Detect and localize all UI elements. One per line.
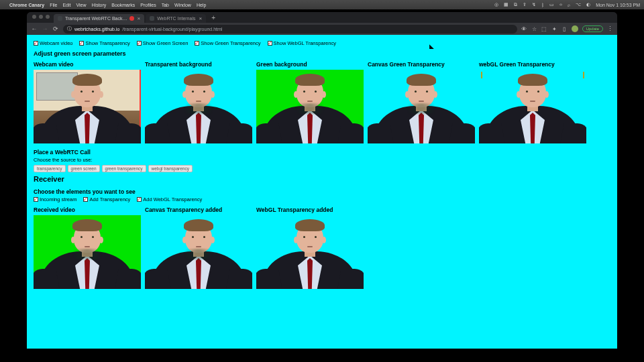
adjust-heading: Adjust green screen parameters bbox=[34, 50, 610, 57]
url-path: /transparent-virtual-background/playgrou… bbox=[122, 27, 222, 32]
toolbar: ← → ⟳ ⓘ webrtchacks.github.io/transparen… bbox=[27, 23, 617, 35]
checkbox-show-green-screen[interactable]: Show Green Screen bbox=[137, 40, 189, 46]
col-title: Transparent background bbox=[145, 61, 252, 68]
bluetooth-icon[interactable]: ᛒ bbox=[541, 3, 544, 7]
dropbox-icon[interactable]: ⧉ bbox=[514, 2, 517, 7]
menu-help[interactable]: Help bbox=[197, 3, 206, 7]
status-icon[interactable]: ↯ bbox=[532, 2, 536, 7]
search-icon[interactable]: ⌕ bbox=[568, 3, 570, 7]
tab-title: Transparent WebRTC Back… bbox=[65, 16, 127, 21]
video-green bbox=[256, 70, 364, 143]
menu-bookmarks[interactable]: Bookmarks bbox=[111, 3, 135, 7]
col-green: Green background bbox=[256, 61, 364, 143]
reload-button[interactable]: ⟳ bbox=[52, 25, 59, 32]
extension-icon[interactable]: ▯ bbox=[561, 26, 568, 32]
tab-active[interactable]: Transparent WebRTC Back… × bbox=[54, 14, 144, 23]
tab-title: WebRTC Internals bbox=[157, 16, 195, 21]
col-title: WebGL Transparency added bbox=[256, 206, 364, 213]
new-tab-button[interactable]: + bbox=[207, 14, 219, 23]
close-icon[interactable]: × bbox=[199, 15, 202, 21]
col-title: Canvas Green Transparency bbox=[368, 61, 475, 68]
menu-profiles[interactable]: Profiles bbox=[140, 3, 156, 7]
col-webgl-green: webGL Green Transparency bbox=[479, 61, 586, 143]
col-title: Webcam video bbox=[34, 61, 141, 68]
recording-icon bbox=[129, 16, 134, 21]
macos-menubar: Chrome Canary File Edit View History Boo… bbox=[0, 0, 644, 9]
btn-green-transparency[interactable]: green transparency bbox=[102, 165, 146, 172]
status-icon[interactable]: ▦ bbox=[504, 2, 508, 7]
tab-strip: Transparent WebRTC Back… × WebRTC Intern… bbox=[27, 12, 617, 23]
checkbox-show-green-transparency[interactable]: Show Green Transparency bbox=[195, 40, 260, 46]
clock[interactable]: Mon Nov 1 10:53 PM bbox=[596, 3, 640, 7]
tab-inactive[interactable]: WebRTC Internals × bbox=[146, 14, 206, 23]
receiver-heading: Receiver bbox=[34, 175, 610, 183]
checkbox-show-webgl-transparency[interactable]: Show WebGL Transparency bbox=[268, 40, 336, 46]
col-transparent: Transparent background bbox=[145, 61, 252, 143]
control-center-icon[interactable]: ⌥ bbox=[576, 2, 581, 7]
col-received: Received video bbox=[34, 206, 141, 289]
btn-webgl-transparency[interactable]: webgl transparency bbox=[148, 165, 193, 172]
forward-button[interactable]: → bbox=[42, 25, 48, 32]
col-title: Green background bbox=[256, 61, 364, 68]
btn-transparency[interactable]: transparency bbox=[34, 165, 66, 172]
choose-elements-label: Choose the elements you want to see bbox=[34, 188, 610, 195]
checkbox-add-webgl-transparency[interactable]: Add WebGL Transparency bbox=[137, 196, 202, 202]
profile-avatar[interactable] bbox=[572, 25, 578, 32]
col-title: Received video bbox=[34, 206, 141, 213]
call-heading: Place a WebRTC Call bbox=[34, 149, 610, 156]
col-webgl-added: WebGL Transparency added bbox=[256, 206, 364, 289]
menu-window[interactable]: Window bbox=[174, 3, 191, 7]
col-webcam: Webcam video bbox=[34, 61, 141, 143]
favicon-icon bbox=[58, 16, 62, 21]
top-video-grid: Webcam video Transparent background Gree… bbox=[34, 61, 610, 143]
menu-history[interactable]: History bbox=[92, 3, 107, 7]
close-icon[interactable]: × bbox=[137, 15, 140, 21]
browser-window: Transparent WebRTC Back… × WebRTC Intern… bbox=[27, 12, 617, 349]
top-checkbox-row: Webcam video Show Transparency Show Gree… bbox=[34, 40, 610, 46]
menu-view[interactable]: View bbox=[76, 3, 86, 7]
video-webgl-added bbox=[256, 215, 364, 289]
col-canvas-added: Canvas Transparency added bbox=[145, 206, 252, 289]
menu-icon[interactable]: ⋮ bbox=[607, 25, 613, 32]
bottom-video-grid: Received video Canvas Transparency added… bbox=[34, 206, 610, 289]
video-webcam bbox=[34, 70, 141, 143]
col-title: webGL Green Transparency bbox=[479, 61, 586, 68]
siri-icon[interactable]: ◐ bbox=[586, 2, 590, 7]
extension-icon[interactable]: 👁 bbox=[521, 26, 527, 32]
status-icon[interactable]: ⇪ bbox=[523, 2, 527, 7]
col-canvas-green: Canvas Green Transparency bbox=[368, 61, 475, 143]
video-received bbox=[34, 215, 141, 289]
wifi-icon[interactable]: ⌔ bbox=[559, 3, 562, 7]
video-transparent bbox=[145, 70, 252, 143]
traffic-lights[interactable] bbox=[31, 12, 54, 23]
bookmark-icon[interactable]: ☆ bbox=[531, 26, 537, 32]
url-host: webrtchacks.github.io bbox=[74, 27, 119, 32]
mouse-cursor-icon: ◣ bbox=[429, 43, 434, 50]
checkbox-show-transparency[interactable]: Show Transparency bbox=[79, 40, 129, 46]
status-icon[interactable]: ◎ bbox=[494, 2, 498, 7]
choose-source-label: Choose the source to use: bbox=[34, 157, 610, 163]
menu-file[interactable]: File bbox=[50, 3, 57, 7]
checkbox-add-transparency[interactable]: Add Transparency bbox=[83, 196, 130, 202]
checkbox-incoming[interactable]: Incoming stream bbox=[34, 196, 76, 202]
video-canvas-added bbox=[145, 215, 252, 289]
site-info-icon[interactable]: ⓘ bbox=[67, 25, 72, 32]
favicon-icon bbox=[150, 16, 154, 21]
battery-icon[interactable]: ▭ bbox=[549, 2, 554, 7]
back-button[interactable]: ← bbox=[31, 25, 38, 32]
video-webgl-green bbox=[479, 70, 586, 143]
extensions-icon[interactable]: ✦ bbox=[551, 26, 557, 32]
btn-green-screen[interactable]: green screen bbox=[68, 165, 100, 172]
bottom-checkbox-row: Incoming stream Add Transparency Add Web… bbox=[34, 196, 610, 202]
menu-edit[interactable]: Edit bbox=[62, 3, 70, 7]
extension-icon[interactable]: ⬚ bbox=[541, 26, 547, 32]
source-buttons: transparency green screen green transpar… bbox=[34, 165, 610, 172]
video-canvas-green bbox=[368, 70, 475, 143]
page-content: Webcam video Show Transparency Show Gree… bbox=[27, 35, 617, 349]
col-title: Canvas Transparency added bbox=[145, 206, 252, 213]
update-button[interactable]: Update bbox=[582, 25, 603, 32]
checkbox-webcam[interactable]: Webcam video bbox=[34, 40, 72, 46]
menu-tab[interactable]: Tab bbox=[162, 3, 169, 7]
app-name[interactable]: Chrome Canary bbox=[9, 3, 44, 7]
address-bar[interactable]: ⓘ webrtchacks.github.io/transparent-virt… bbox=[63, 25, 517, 34]
